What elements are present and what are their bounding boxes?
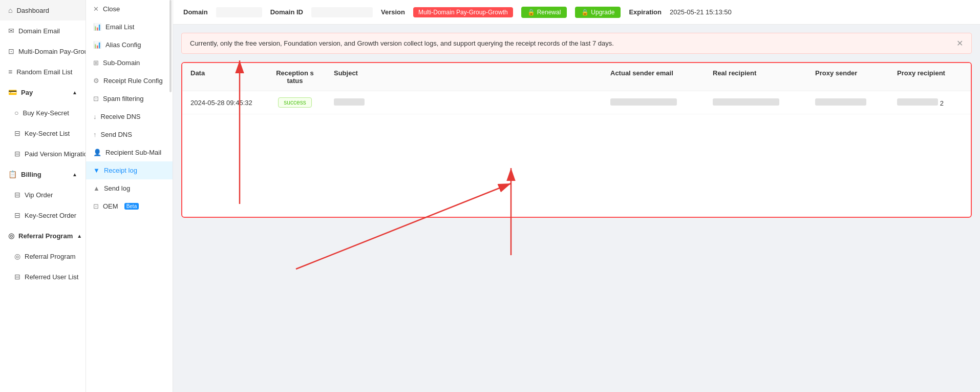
migrate-icon: ⊟	[14, 150, 20, 158]
sidebar-label-vip-order: Vip Order	[25, 191, 53, 199]
sidebar-item-pay[interactable]: 💳 Pay ▲	[0, 82, 86, 102]
sidebar-item-key-secret-order[interactable]: ⊟ Key-Secret Order	[0, 205, 86, 225]
chevron-up-icon: ▲	[72, 90, 77, 95]
sub-item-label-receive-dns: Receive DNS	[101, 113, 141, 120]
sub-item-send-log[interactable]: ▲ Send log	[86, 179, 173, 197]
status-badge: success	[278, 97, 311, 108]
domain-id-label: Domain ID	[270, 8, 303, 16]
cell-date: 2024-05-28 09:45:32	[182, 93, 264, 113]
header-bar: Domain Domain ID Version Multi-Domain Pa…	[173, 0, 980, 25]
sub-item-spam-filtering[interactable]: ⊡ Spam filtering	[86, 90, 173, 108]
domain-label: Domain	[183, 8, 208, 16]
sub-sidebar: ✕ Close 📊 Email List 📊 Alias Config ⊞ Su…	[86, 0, 173, 392]
sub-item-label-receipt-log: Receipt log	[104, 167, 137, 174]
sub-item-label-send-dns: Send DNS	[101, 131, 132, 138]
sub-item-send-dns[interactable]: ↑ Send DNS	[86, 126, 173, 143]
sidebar-label-domain-email: Domain Email	[18, 27, 60, 35]
sidebar-label-paid-version-migration: Paid Version Migration	[25, 150, 86, 158]
person-icon: 👤	[93, 149, 101, 156]
sub-item-label-oem: OEM	[103, 202, 118, 210]
sidebar-label-referral-program-sub: Referral Program	[25, 253, 76, 260]
vip-icon: ⊟	[14, 191, 20, 199]
gear-icon: ⚙	[93, 77, 99, 85]
spam-icon: ⊡	[93, 95, 99, 102]
sub-item-label-spam-filtering: Spam filtering	[103, 95, 143, 102]
user-list-icon: ⊟	[14, 273, 20, 281]
send-log-icon: ▲	[93, 184, 100, 192]
referral-icon: ◎	[8, 232, 14, 240]
sidebar-item-referral-program-sub[interactable]: ◎ Referral Program	[0, 246, 86, 266]
proxy-recipient-blurred	[897, 98, 938, 106]
sidebar-item-paid-version-migration[interactable]: ⊟ Paid Version Migration	[0, 143, 86, 164]
sub-item-oem[interactable]: ⊡ OEM Beta	[86, 197, 173, 215]
col-header-proxy-sender: Proxy sender	[807, 63, 889, 91]
proxy-recipient-suffix: 2	[940, 99, 944, 107]
scrollbar[interactable]	[169, 0, 172, 92]
alert-close-button[interactable]: ✕	[956, 38, 963, 48]
sidebar-label-random-email: Random Email List	[16, 68, 72, 76]
beta-badge: Beta	[124, 203, 139, 210]
sub-item-recipient-sub-mail[interactable]: 👤 Recipient Sub-Mail	[86, 143, 173, 161]
sidebar-item-multi-domain[interactable]: ⊡ Multi-Domain Pay-Group	[0, 41, 86, 61]
order-icon: ⊟	[14, 211, 20, 219]
subdomain-icon: ⊞	[93, 59, 99, 67]
col-header-date: Data	[182, 63, 264, 91]
sub-item-label-email-list: Email List	[105, 23, 134, 31]
email-icon: ✉	[8, 27, 14, 35]
sidebar-label-billing: Billing	[21, 171, 41, 178]
sub-item-email-list[interactable]: 📊 Email List	[86, 18, 173, 36]
cell-real-recipient	[705, 92, 807, 113]
main-content: Domain Domain ID Version Multi-Domain Pa…	[173, 0, 980, 392]
version-label: Version	[381, 8, 405, 16]
sidebar-item-vip-order[interactable]: ⊟ Vip Order	[0, 184, 86, 205]
content-area: Currently, only the free version, Founda…	[173, 25, 980, 392]
cell-subject	[326, 92, 602, 113]
sidebar-item-random-email[interactable]: ≡ Random Email List	[0, 61, 86, 82]
sub-item-sub-domain[interactable]: ⊞ Sub-Domain	[86, 54, 173, 72]
grid-icon: ⊡	[8, 47, 14, 55]
sidebar-item-referral-program[interactable]: ◎ Referral Program ▲	[0, 225, 86, 246]
sub-item-receipt-log[interactable]: ▼ Receipt log	[86, 161, 173, 179]
circle-icon: ○	[14, 109, 18, 117]
subject-blurred	[334, 98, 365, 106]
sub-item-receipt-rule-config[interactable]: ⚙ Receipt Rule Config	[86, 72, 173, 90]
renewal-button[interactable]: 🔒 Renewal	[521, 7, 567, 18]
bar-chart-icon: 📊	[93, 23, 101, 31]
sidebar-label-buy-key-secret: Buy Key-Secret	[23, 109, 69, 117]
alias-icon: 📊	[93, 41, 101, 49]
domain-id-value	[311, 7, 373, 17]
sidebar-item-referred-user-list[interactable]: ⊟ Referred User List	[0, 266, 86, 287]
sidebar-item-domain-email[interactable]: ✉ Domain Email	[0, 20, 86, 41]
proxy-sender-blurred	[815, 98, 866, 106]
sub-item-receive-dns[interactable]: ↓ Receive DNS	[86, 108, 173, 126]
cell-proxy-sender	[807, 92, 889, 113]
sidebar-label-key-secret-order: Key-Secret Order	[25, 212, 76, 219]
sidebar-item-billing[interactable]: 📋 Billing ▲	[0, 164, 86, 184]
sub-item-label-sub-domain: Sub-Domain	[103, 59, 140, 67]
cell-status: success	[264, 91, 326, 114]
sidebar-label-pay: Pay	[21, 89, 33, 96]
sub-item-label-close: Close	[103, 5, 120, 13]
sidebar-label-dashboard: Dashboard	[16, 7, 49, 14]
sub-item-alias-config[interactable]: 📊 Alias Config	[86, 36, 173, 54]
chevron-up-billing-icon: ▲	[72, 172, 77, 177]
sidebar-label-multi-domain: Multi-Domain Pay-Group	[18, 48, 86, 55]
alert-message: Currently, only the free version, Founda…	[190, 39, 614, 47]
sub-item-label-alias-config: Alias Config	[105, 41, 141, 49]
upgrade-button[interactable]: 🔒 Upgrade	[575, 7, 621, 18]
sidebar-item-dashboard[interactable]: ⌂ Dashboard	[0, 0, 86, 20]
col-header-real-recipient: Real recipient	[705, 63, 807, 91]
close-icon: ✕	[93, 5, 99, 13]
table-row: 2024-05-28 09:45:32 success	[182, 91, 971, 114]
domain-value	[216, 7, 262, 17]
sidebar-label-key-secret-list: Key-Secret List	[25, 130, 70, 137]
alert-banner: Currently, only the free version, Founda…	[181, 33, 972, 54]
sub-item-close[interactable]: ✕ Close	[86, 0, 173, 18]
sidebar-item-key-secret-list[interactable]: ⊟ Key-Secret List	[0, 123, 86, 143]
oem-icon: ⊡	[93, 202, 99, 210]
receipt-log-icon: ▼	[93, 167, 100, 174]
key-icon: ⊟	[14, 129, 20, 137]
down-arrow-icon: ↓	[93, 113, 97, 120]
sidebar-item-buy-key-secret[interactable]: ○ Buy Key-Secret	[0, 102, 86, 123]
receipt-log-table: Data Reception status Subject Actual sen…	[181, 62, 972, 218]
